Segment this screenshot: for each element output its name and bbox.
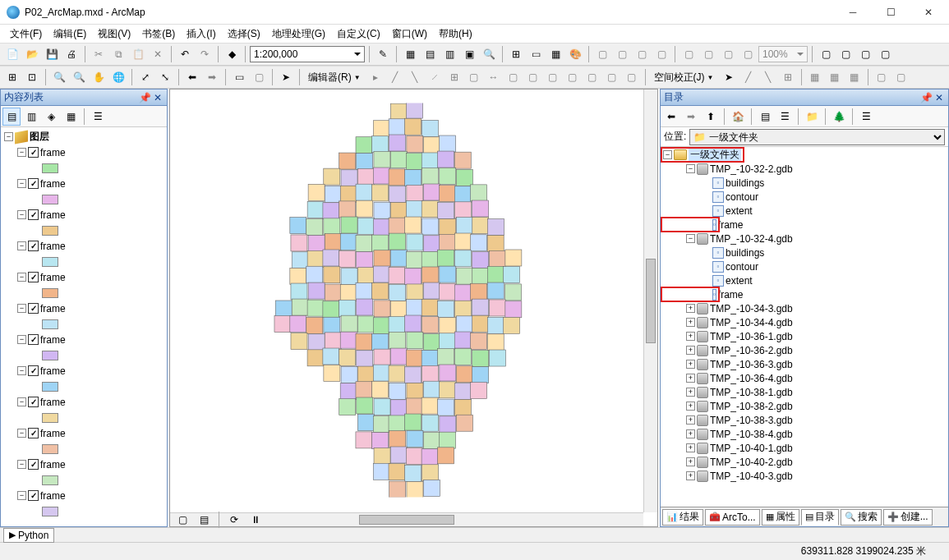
tree-toggle[interactable]: +: [686, 360, 695, 369]
maximize-button[interactable]: ☐: [872, 0, 910, 25]
layer-swatch[interactable]: [42, 319, 58, 329]
geo-a-icon[interactable]: ▢: [593, 45, 611, 63]
map-view[interactable]: ▢ ▤ ⟳ ⏸: [169, 89, 658, 527]
tab-arctoolbox[interactable]: 🧰ArcTo...: [705, 509, 760, 526]
ed-12-icon[interactable]: ▢: [583, 68, 601, 86]
layer-checkbox[interactable]: [28, 397, 39, 407]
sa-5-icon[interactable]: ▦: [826, 68, 844, 86]
layout-b-icon[interactable]: ▢: [836, 45, 855, 63]
tab-attributes[interactable]: ▦属性: [762, 509, 799, 526]
layer-name[interactable]: frame: [40, 209, 66, 221]
layer-checkbox[interactable]: [28, 147, 39, 158]
ed-3-icon[interactable]: ╲: [406, 68, 424, 86]
tree-toggle[interactable]: −: [17, 273, 26, 282]
sa-8-icon[interactable]: ▢: [892, 68, 910, 86]
layout-view-icon[interactable]: ▤: [195, 511, 213, 529]
tree-toggle[interactable]: +: [686, 457, 695, 466]
layer-checkbox[interactable]: [28, 334, 39, 345]
menu-item[interactable]: 帮助(H): [434, 25, 477, 43]
list-view-icon[interactable]: ☰: [776, 108, 794, 126]
geo-c-icon[interactable]: ▢: [633, 45, 651, 63]
sa-4-icon[interactable]: ▦: [806, 68, 824, 86]
gdb-name[interactable]: TMP_-10-38-4.gdb: [710, 429, 793, 440]
layer-checkbox[interactable]: [28, 178, 39, 189]
list-by-source-icon[interactable]: ▥: [22, 108, 40, 126]
georef-c-icon[interactable]: ▢: [719, 45, 737, 63]
fc-name[interactable]: contour: [726, 261, 758, 273]
toggle-tree-icon[interactable]: ▤: [756, 108, 774, 126]
layer-swatch[interactable]: [42, 288, 58, 298]
tree-toggle[interactable]: +: [686, 332, 695, 341]
tree-options-icon[interactable]: 🌲: [830, 108, 848, 126]
connect-folder-icon[interactable]: 📁: [803, 108, 821, 126]
list-by-drawing-icon[interactable]: ▤: [2, 108, 21, 126]
layer-name[interactable]: frame: [40, 459, 66, 470]
layer-swatch[interactable]: [42, 163, 58, 173]
layer-checkbox[interactable]: [28, 272, 39, 282]
next-extent-icon[interactable]: ➡: [203, 68, 221, 86]
menu-item[interactable]: 选择(S): [223, 25, 265, 43]
forward-icon[interactable]: ➡: [682, 108, 700, 126]
layer-checkbox[interactable]: [28, 490, 39, 501]
new-doc-icon[interactable]: 📄: [3, 45, 21, 63]
fc-name[interactable]: buildings: [726, 177, 764, 189]
minimize-button[interactable]: ─: [834, 0, 872, 25]
up-icon[interactable]: ⬆: [702, 108, 720, 126]
ed-4-icon[interactable]: ⟋: [426, 68, 444, 86]
layer-name[interactable]: frame: [40, 272, 66, 283]
tree-toggle[interactable]: −: [17, 397, 26, 406]
layer-checkbox[interactable]: [28, 209, 39, 220]
prev-extent-icon[interactable]: ⬅: [183, 68, 201, 86]
geo-d-icon[interactable]: ▢: [652, 45, 670, 63]
fc-name[interactable]: extent: [726, 205, 753, 217]
tree-toggle[interactable]: −: [686, 164, 695, 173]
catalog-options-icon[interactable]: ☰: [857, 108, 875, 126]
layer-checkbox[interactable]: [28, 459, 39, 470]
georef-d-icon[interactable]: ▢: [739, 45, 757, 63]
gdb-name[interactable]: TMP_-10-36-4.gdb: [710, 373, 793, 384]
tree-toggle[interactable]: −: [663, 150, 672, 159]
catalog-root[interactable]: 一级文件夹: [689, 148, 741, 162]
data-view-icon[interactable]: ▢: [173, 511, 191, 529]
tree-toggle[interactable]: −: [17, 210, 26, 219]
model-builder-icon[interactable]: ▤: [421, 45, 439, 63]
sa-1-icon[interactable]: ╱: [739, 68, 758, 86]
layer-swatch[interactable]: [42, 475, 58, 485]
copy-icon[interactable]: ⧉: [109, 45, 127, 63]
fc-name[interactable]: buildings: [726, 247, 764, 259]
tree-toggle[interactable]: −: [17, 304, 26, 313]
gdb-name[interactable]: TMP_-10-32-2.gdb: [710, 163, 793, 175]
refresh-icon[interactable]: ⟳: [225, 511, 243, 529]
menu-item[interactable]: 文件(F): [5, 25, 47, 43]
ed-11-icon[interactable]: ▢: [564, 68, 582, 86]
tool-c-icon[interactable]: ▦: [546, 45, 564, 63]
tab-search[interactable]: 🔍搜索: [841, 509, 882, 526]
cut-icon[interactable]: ✂: [90, 45, 108, 63]
menu-item[interactable]: 插入(I): [182, 25, 220, 43]
tree-toggle[interactable]: +: [686, 471, 695, 480]
layer-swatch[interactable]: [42, 351, 58, 360]
map-vscroll[interactable]: [643, 90, 657, 512]
layer-name[interactable]: frame: [40, 178, 66, 190]
tree-toggle[interactable]: −: [17, 491, 26, 500]
ed-7-icon[interactable]: ↔: [485, 68, 503, 86]
fixed-zoom-out-icon[interactable]: ⤡: [156, 68, 174, 86]
sa-7-icon[interactable]: ▢: [873, 68, 891, 86]
paste-icon[interactable]: 📋: [129, 45, 147, 63]
menu-item[interactable]: 窗口(W): [387, 25, 432, 43]
gdb-name[interactable]: TMP_-10-36-3.gdb: [710, 359, 793, 370]
layout-c-icon[interactable]: ▢: [856, 45, 874, 63]
georef-a-icon[interactable]: ▢: [680, 45, 698, 63]
sa-2-icon[interactable]: ╲: [759, 68, 777, 86]
sa-pointer-icon[interactable]: ➤: [720, 68, 738, 86]
fc-name[interactable]: contour: [726, 191, 758, 203]
sa-3-icon[interactable]: ⊞: [779, 68, 797, 86]
tree-toggle[interactable]: +: [686, 415, 695, 425]
layer-swatch[interactable]: [42, 382, 58, 392]
tree-toggle[interactable]: −: [17, 179, 26, 188]
ed-14-icon[interactable]: ▢: [623, 68, 641, 86]
menu-item[interactable]: 编辑(E): [48, 25, 91, 43]
layer-swatch[interactable]: [42, 195, 58, 204]
georef-b-icon[interactable]: ▢: [699, 45, 717, 63]
tab-results[interactable]: 📊结果: [662, 509, 703, 526]
